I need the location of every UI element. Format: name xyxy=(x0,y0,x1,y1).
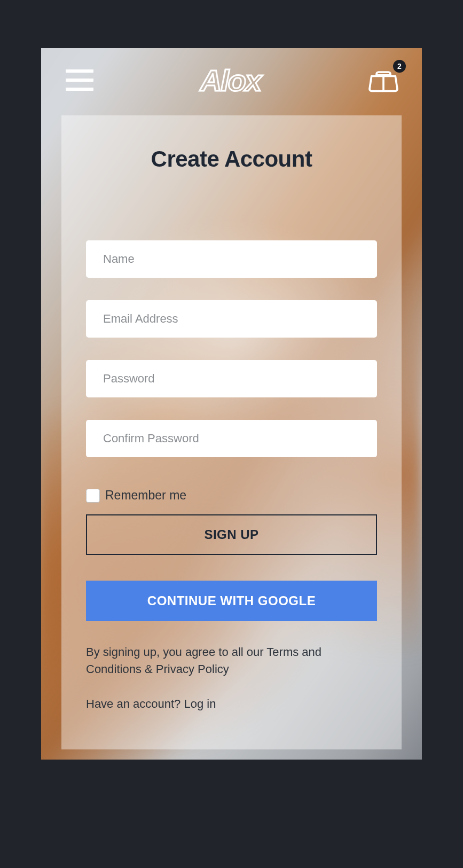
brand-logo: Alox xyxy=(200,63,261,98)
legal-text: By signing up, you agree to all our Term… xyxy=(86,644,377,678)
app-screen: Alox 2 Create Account Remember me SIGN U… xyxy=(41,48,422,760)
name-field[interactable] xyxy=(86,240,377,278)
remember-label: Remember me xyxy=(105,488,186,503)
app-header: Alox 2 xyxy=(41,48,422,112)
signup-button[interactable]: SIGN UP xyxy=(86,514,377,555)
page-title: Create Account xyxy=(86,146,377,172)
signup-form: Remember me SIGN UP CONTINUE WITH GOOGLE… xyxy=(86,240,377,711)
remember-row: Remember me xyxy=(86,488,377,503)
password-field[interactable] xyxy=(86,360,377,397)
remember-checkbox[interactable] xyxy=(86,489,100,503)
confirm-password-field[interactable] xyxy=(86,420,377,457)
email-field[interactable] xyxy=(86,300,377,338)
cart-button[interactable]: 2 xyxy=(367,65,402,95)
signup-card: Create Account Remember me SIGN UP CONTI… xyxy=(61,115,402,749)
have-account-text: Have an account? Log in xyxy=(86,697,377,711)
cart-badge: 2 xyxy=(393,60,406,73)
continue-with-google-button[interactable]: CONTINUE WITH GOOGLE xyxy=(86,581,377,621)
menu-icon[interactable] xyxy=(66,69,93,91)
have-account-prefix: Have an account? xyxy=(86,697,184,710)
login-link[interactable]: Log in xyxy=(184,697,216,710)
